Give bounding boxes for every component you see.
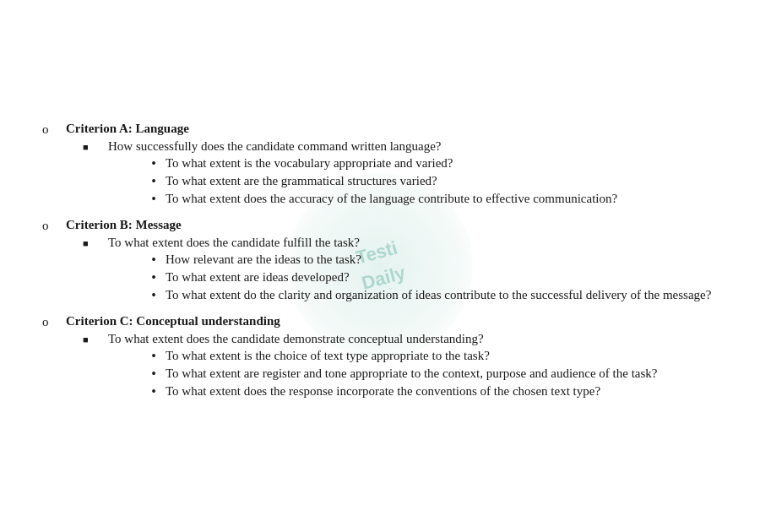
- criterion-a-bullet-3: To what extent does the accuracy of the …: [166, 192, 718, 206]
- criterion-c-marker: o: [42, 314, 66, 329]
- bullet-icon: •: [142, 349, 166, 364]
- bullet-icon: •: [142, 156, 166, 171]
- list-item: • To what extent does the response incor…: [142, 384, 718, 399]
- criterion-a-section: o Criterion A: Language ■ How successful…: [42, 122, 718, 213]
- criterion-b-bullet-1: How relevant are the ideas to the task?: [166, 252, 718, 267]
- criterion-c-sub-marker: ■: [83, 332, 108, 345]
- criterion-a-item: o Criterion A: Language ■ How successful…: [42, 122, 718, 213]
- criterion-a-label: Criterion A: Language: [66, 122, 189, 135]
- bullet-icon: •: [142, 366, 166, 382]
- list-item: • How relevant are the ideas to the task…: [142, 252, 718, 268]
- list-item: • To what extent are register and tone a…: [142, 366, 718, 382]
- list-item: • To what extent are the grammatical str…: [142, 174, 718, 189]
- criterion-c-label: Criterion C: Conceptual understanding: [66, 314, 280, 328]
- bullet-icon: •: [142, 252, 166, 268]
- list-item: • To what extent is the vocabulary appro…: [142, 156, 718, 171]
- criterion-b-bullet-3: To what extent do the clarity and organi…: [166, 288, 718, 302]
- criterion-a-bullets: • To what extent is the vocabulary appro…: [142, 156, 718, 207]
- criterion-c-sub-text: To what extent does the candidate demons…: [108, 332, 484, 345]
- criterion-b-bullets: • How relevant are the ideas to the task…: [142, 252, 718, 303]
- criterion-b-sub-item: ■ To what extent does the candidate fulf…: [83, 236, 718, 306]
- bullet-icon: •: [142, 174, 166, 189]
- criterion-c-sub: ■ To what extent does the candidate demo…: [83, 332, 718, 402]
- criterion-b-sub-text: To what extent does the candidate fulfil…: [108, 236, 360, 249]
- criterion-b-item: o Criterion B: Message ■ To what extent …: [42, 218, 718, 309]
- criterion-b-sub-marker: ■: [83, 236, 108, 248]
- list-item: • To what extent are ideas developed?: [142, 270, 718, 285]
- criterion-b-label: Criterion B: Message: [66, 218, 182, 231]
- criterion-c-bullet-1: To what extent is the choice of text typ…: [166, 349, 718, 363]
- criterion-a-sub-marker: ■: [83, 139, 108, 152]
- criterion-c-section: o Criterion C: Conceptual understanding …: [42, 314, 718, 405]
- criterion-c-bullet-3: To what extent does the response incorpo…: [166, 384, 718, 399]
- criterion-a-sub-text: How successfully does the candidate comm…: [108, 139, 441, 153]
- list-item: • To what extent is the choice of text t…: [142, 349, 718, 364]
- criterion-b-bullet-2: To what extent are ideas developed?: [166, 270, 718, 285]
- criteria-list: o Criterion A: Language ■ How successful…: [42, 122, 718, 405]
- criterion-b-section: o Criterion B: Message ■ To what extent …: [42, 218, 718, 309]
- criterion-b-sub: ■ To what extent does the candidate fulf…: [83, 236, 718, 306]
- list-item: • To what extent do the clarity and orga…: [142, 288, 718, 303]
- content-wrapper: TestiDaily o Criterion A: Language ■ How…: [34, 105, 726, 427]
- list-item: • To what extent does the accuracy of th…: [142, 192, 718, 207]
- criterion-c-item: o Criterion C: Conceptual understanding …: [42, 314, 718, 405]
- criterion-a-sub-item: ■ How successfully does the candidate co…: [83, 139, 718, 209]
- criterion-c-bullets: • To what extent is the choice of text t…: [142, 349, 718, 399]
- bullet-icon: •: [142, 384, 166, 399]
- bullet-icon: •: [142, 288, 166, 303]
- criterion-a-sub: ■ How successfully does the candidate co…: [83, 139, 718, 209]
- criterion-b-marker: o: [42, 218, 66, 233]
- criterion-a-bullet-2: To what extent are the grammatical struc…: [166, 174, 718, 188]
- criterion-a-marker: o: [42, 122, 66, 137]
- criterion-c-sub-item: ■ To what extent does the candidate demo…: [83, 332, 718, 402]
- bullet-icon: •: [142, 192, 166, 207]
- criterion-a-bullet-1: To what extent is the vocabulary appropr…: [166, 156, 718, 171]
- criterion-c-bullet-2: To what extent are register and tone app…: [166, 366, 718, 381]
- bullet-icon: •: [142, 270, 166, 285]
